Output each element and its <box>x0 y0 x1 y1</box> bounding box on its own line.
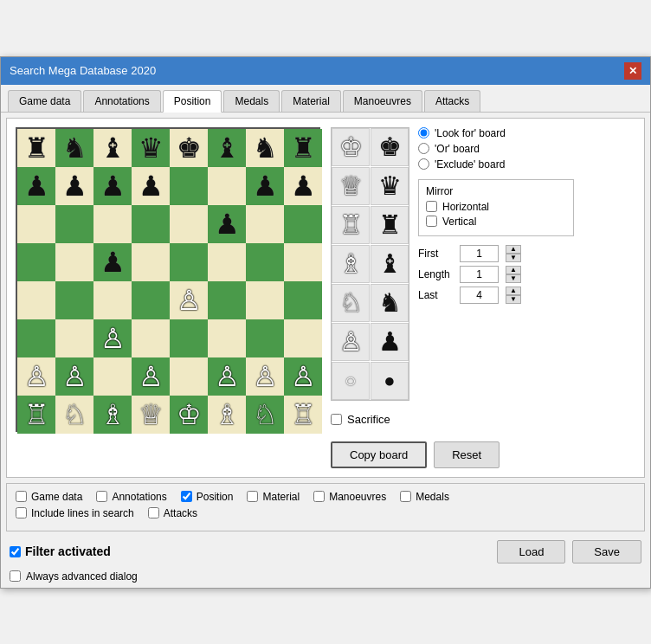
palette-cell-r2-c0[interactable]: ♖ <box>332 206 370 244</box>
exclude-board-option[interactable]: 'Exclude' board <box>418 158 574 171</box>
board-cell-r4-c0[interactable] <box>17 281 55 319</box>
board-cell-r2-c1[interactable] <box>55 205 93 243</box>
chess-board[interactable]: ♜♞♝♛♚♝♞♜♟♟♟♟♟♟♟♟♙♙♙♙♙♙♙♙♖♘♗♕♔♗♘♖ <box>16 127 320 432</box>
board-cell-r3-c0[interactable] <box>17 243 55 281</box>
tab-game-data[interactable]: Game data <box>8 90 81 112</box>
palette-cell-r2-c1[interactable]: ♜ <box>371 206 409 244</box>
board-cell-r1-c1[interactable]: ♟ <box>55 167 93 205</box>
tab-position[interactable]: Position <box>163 90 222 113</box>
last-down-button[interactable]: ▼ <box>506 295 521 304</box>
palette-cell-r4-c0[interactable]: ♘ <box>332 284 370 322</box>
board-cell-r6-c6[interactable]: ♙ <box>246 357 284 396</box>
board-cell-r2-c2[interactable] <box>93 205 132 243</box>
board-cell-r7-c3[interactable]: ♕ <box>132 396 170 434</box>
board-cell-r6-c4[interactable] <box>170 357 208 396</box>
palette-cell-r4-c1[interactable]: ♞ <box>371 284 409 322</box>
annotations-check-item[interactable]: Annotations <box>96 491 166 503</box>
board-cell-r1-c7[interactable]: ♟ <box>284 167 322 205</box>
look-for-board-option[interactable]: 'Look for' board <box>418 127 574 139</box>
vertical-mirror-option[interactable]: Vertical <box>426 216 566 228</box>
sacrifice-checkbox[interactable] <box>331 414 342 425</box>
board-cell-r4-c6[interactable] <box>246 281 284 319</box>
palette-cell-r6-c0[interactable]: ○ <box>332 362 370 400</box>
board-cell-r4-c5[interactable] <box>208 281 246 319</box>
palette-cell-r0-c1[interactable]: ♚ <box>371 128 409 166</box>
board-cell-r0-c4[interactable]: ♚ <box>170 129 208 167</box>
attacks-check-item[interactable]: Attacks <box>148 507 197 519</box>
board-cell-r0-c5[interactable]: ♝ <box>208 129 246 167</box>
board-cell-r7-c4[interactable]: ♔ <box>170 396 208 434</box>
look-for-board-radio[interactable] <box>418 127 429 138</box>
tab-attacks[interactable]: Attacks <box>424 90 480 112</box>
board-cell-r1-c5[interactable] <box>208 167 246 205</box>
board-cell-r2-c5[interactable]: ♟ <box>208 205 246 243</box>
attacks-checkbox[interactable] <box>148 507 159 518</box>
position-checkbox[interactable] <box>181 491 192 502</box>
copy-board-button[interactable]: Copy board <box>331 441 427 468</box>
board-cell-r4-c2[interactable] <box>93 281 132 319</box>
load-button[interactable]: Load <box>497 540 565 564</box>
board-cell-r6-c1[interactable]: ♙ <box>55 357 93 396</box>
filter-activated-checkbox[interactable] <box>10 546 21 557</box>
first-up-button[interactable]: ▲ <box>506 245 521 254</box>
board-cell-r7-c0[interactable]: ♖ <box>17 396 55 434</box>
board-cell-r3-c5[interactable] <box>208 243 246 281</box>
palette-cell-r3-c1[interactable]: ♝ <box>371 245 409 283</box>
game-data-checkbox[interactable] <box>16 491 27 502</box>
length-input[interactable] <box>460 266 499 283</box>
tab-manoeuvres[interactable]: Manoeuvres <box>343 90 422 112</box>
board-cell-r2-c7[interactable] <box>284 205 322 243</box>
length-down-button[interactable]: ▼ <box>506 274 521 283</box>
board-cell-r4-c3[interactable] <box>132 281 170 319</box>
board-cell-r2-c3[interactable] <box>132 205 170 243</box>
board-cell-r2-c0[interactable] <box>17 205 55 243</box>
save-button[interactable]: Save <box>572 540 641 564</box>
tab-medals[interactable]: Medals <box>223 90 280 112</box>
board-cell-r7-c6[interactable]: ♘ <box>246 396 284 434</box>
horizontal-mirror-checkbox[interactable] <box>426 201 437 212</box>
board-cell-r1-c6[interactable]: ♟ <box>246 167 284 205</box>
board-cell-r3-c1[interactable] <box>55 243 93 281</box>
board-cell-r3-c2[interactable]: ♟ <box>93 243 132 281</box>
board-cell-r0-c6[interactable]: ♞ <box>246 129 284 167</box>
tab-material[interactable]: Material <box>281 90 341 112</box>
board-cell-r3-c3[interactable] <box>132 243 170 281</box>
board-cell-r5-c6[interactable] <box>246 319 284 357</box>
medals-check-item[interactable]: Medals <box>400 491 449 503</box>
material-checkbox[interactable] <box>247 491 258 502</box>
board-cell-r6-c3[interactable]: ♙ <box>132 357 170 396</box>
board-cell-r4-c1[interactable] <box>55 281 93 319</box>
board-cell-r2-c4[interactable] <box>170 205 208 243</box>
horizontal-mirror-option[interactable]: Horizontal <box>426 201 566 213</box>
board-cell-r7-c7[interactable]: ♖ <box>284 396 322 434</box>
palette-cell-r3-c0[interactable]: ♗ <box>332 245 370 283</box>
medals-checkbox[interactable] <box>400 491 411 502</box>
board-cell-r0-c0[interactable]: ♜ <box>17 129 55 167</box>
board-cell-r3-c4[interactable] <box>170 243 208 281</box>
include-lines-checkbox[interactable] <box>16 507 27 518</box>
or-board-option[interactable]: 'Or' board <box>418 143 574 155</box>
include-lines-check-item[interactable]: Include lines in search <box>16 507 134 519</box>
board-cell-r5-c0[interactable] <box>17 319 55 357</box>
board-cell-r1-c2[interactable]: ♟ <box>93 167 132 205</box>
material-check-item[interactable]: Material <box>247 491 300 503</box>
board-cell-r5-c1[interactable] <box>55 319 93 357</box>
first-input[interactable] <box>460 245 499 262</box>
board-cell-r3-c7[interactable] <box>284 243 322 281</box>
filter-activated-item[interactable]: Filter activated <box>10 544 111 558</box>
board-cell-r0-c1[interactable]: ♞ <box>55 129 93 167</box>
board-cell-r6-c0[interactable]: ♙ <box>17 357 55 396</box>
board-cell-r1-c4[interactable] <box>170 167 208 205</box>
board-cell-r4-c7[interactable] <box>284 281 322 319</box>
board-cell-r0-c3[interactable]: ♛ <box>132 129 170 167</box>
board-cell-r1-c3[interactable]: ♟ <box>132 167 170 205</box>
board-cell-r6-c7[interactable]: ♙ <box>284 357 322 396</box>
sacrifice-option[interactable]: Sacrifice <box>331 413 635 426</box>
manoeuvres-checkbox[interactable] <box>313 491 325 502</box>
board-cell-r6-c5[interactable]: ♙ <box>208 357 246 396</box>
board-cell-r7-c2[interactable]: ♗ <box>93 396 132 434</box>
board-cell-r7-c5[interactable]: ♗ <box>208 396 246 434</box>
manoeuvres-check-item[interactable]: Manoeuvres <box>313 491 386 503</box>
palette-cell-r5-c1[interactable]: ♟ <box>371 323 409 361</box>
annotations-checkbox[interactable] <box>96 491 107 502</box>
